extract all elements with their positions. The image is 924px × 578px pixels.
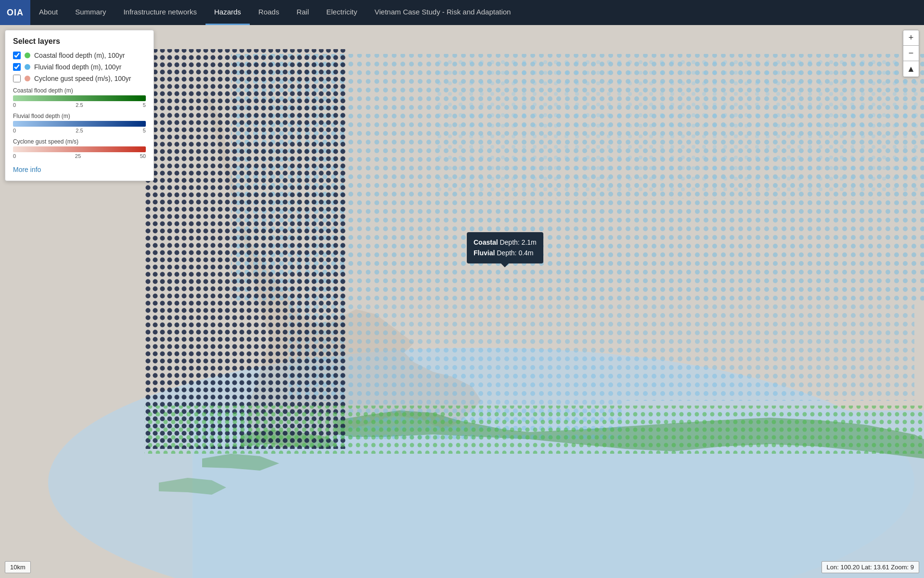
legend-cyclone-scale: 0 25 50 [13,153,146,159]
coastal-scale-max: 5 [143,102,146,108]
coastal-scale-min: 0 [13,102,16,108]
nav-link-hazards[interactable]: Hazards [205,0,250,25]
map-container[interactable]: // This will be rendered as static SVG c… [0,25,924,578]
legend-fluvial-scale: 0 2.5 5 [13,128,146,133]
nav-link-electricity[interactable]: Electricity [318,0,366,25]
legend-coastal-label: Coastal flood depth (m) [13,87,146,94]
coordinates-display: Lon: 100.20 Lat: 13.61 Zoom: 9 [821,561,919,573]
coastal-dot-icon [25,53,30,58]
zoom-in-button[interactable]: + [903,30,919,46]
cyclone-scale-max: 50 [140,153,146,159]
layer-panel-title: Select layers [13,37,146,46]
nav-links: About Summary Infrastructure networks Ha… [30,0,519,25]
fluvial-scale-mid: 2.5 [76,128,83,133]
nav-link-rail[interactable]: Rail [288,0,318,25]
nav-logo: OIA [0,0,30,25]
legend-coastal-bar [13,95,146,101]
layer-checkbox-cyclone[interactable] [13,75,21,82]
layer-label-fluvial: Fluvial flood depth (m), 100yr [34,63,121,71]
zoom-controls: + − ▲ [903,30,919,77]
layer-panel: Select layers Coastal flood depth (m), 1… [5,30,154,181]
nav-link-roads[interactable]: Roads [250,0,288,25]
legend-fluvial-bar [13,121,146,127]
cyclone-scale-mid: 25 [75,153,81,159]
layer-checkbox-fluvial[interactable] [13,63,21,71]
legend-cyclone-bar [13,146,146,152]
north-button[interactable]: ▲ [903,61,919,77]
zoom-out-button[interactable]: − [903,46,919,61]
layer-label-cyclone: Cyclone gust speed (m/s), 100yr [34,75,131,82]
legend-coastal-scale: 0 2.5 5 [13,102,146,108]
fluvial-scale-min: 0 [13,128,16,133]
nav-link-vietnam[interactable]: Vietnam Case Study - Risk and Adaptation [366,0,519,25]
legend-fluvial: Fluvial flood depth (m) 0 2.5 5 [13,113,146,133]
fluvial-dot-icon [25,64,30,70]
layer-label-coastal: Coastal flood depth (m), 100yr [34,52,125,59]
fluvial-scale-max: 5 [143,128,146,133]
layer-item-coastal: Coastal flood depth (m), 100yr [13,52,146,59]
scale-bar: 10km [5,561,31,573]
nav-link-about[interactable]: About [30,0,66,25]
coastal-scale-mid: 2.5 [76,102,83,108]
legend-coastal: Coastal flood depth (m) 0 2.5 5 [13,87,146,108]
layer-item-cyclone: Cyclone gust speed (m/s), 100yr [13,75,146,82]
legend-cyclone-label: Cyclone gust speed (m/s) [13,138,146,145]
layer-item-fluvial: Fluvial flood depth (m), 100yr [13,63,146,71]
legend-cyclone: Cyclone gust speed (m/s) 0 25 50 [13,138,146,159]
legend-fluvial-label: Fluvial flood depth (m) [13,113,146,119]
navigation: OIA About Summary Infrastructure network… [0,0,924,25]
cyclone-scale-min: 0 [13,153,16,159]
nav-link-infrastructure[interactable]: Infrastructure networks [115,0,205,25]
layer-checkbox-coastal[interactable] [13,52,21,59]
nav-link-summary[interactable]: Summary [66,0,115,25]
more-info-link[interactable]: More info [13,166,41,173]
cyclone-dot-icon [25,76,30,81]
